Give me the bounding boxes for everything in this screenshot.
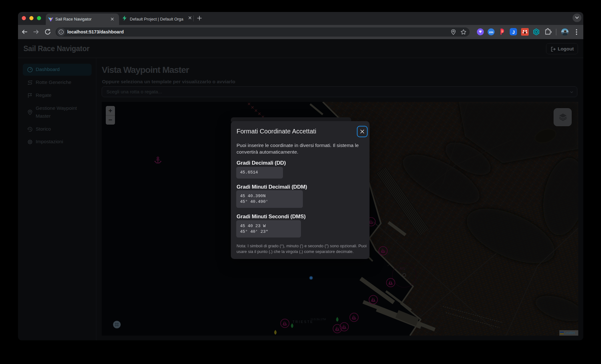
svg-text:TRIESTE: TRIESTE xyxy=(292,320,314,324)
svg-text:J: J xyxy=(512,30,515,35)
svg-text:H.G.5s.17M: H.G.5s.17M xyxy=(311,318,326,321)
svg-text:zm: zm xyxy=(489,30,493,34)
svg-text:AIS: AIS xyxy=(400,267,405,270)
